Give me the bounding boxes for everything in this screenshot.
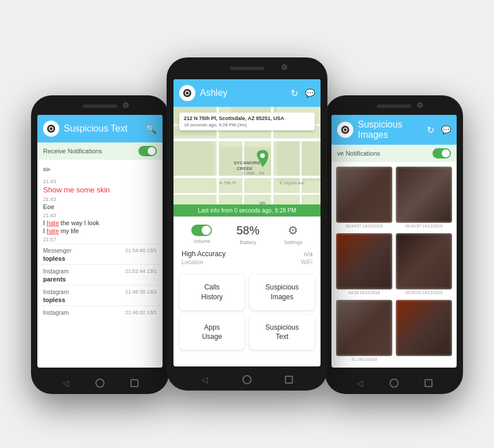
msg-hate-2: I hate my life bbox=[37, 227, 163, 235]
center-logo-dot bbox=[186, 92, 189, 95]
left-phone-speaker bbox=[83, 105, 117, 108]
svg-text:SYCAMORE: SYCAMORE bbox=[234, 160, 261, 165]
center-nav-square-shape bbox=[285, 376, 293, 384]
img-thumb-6[interactable] bbox=[396, 300, 452, 356]
app-msg-row-4: Instagram 21:46:02 13/1 bbox=[37, 306, 163, 317]
center-nav-home-circle bbox=[242, 375, 252, 384]
svg-rect-9 bbox=[173, 193, 321, 195]
center-phone-camera bbox=[281, 64, 287, 70]
accuracy-label: High Accuracy bbox=[182, 250, 226, 258]
right-refresh-icon[interactable]: ↻ bbox=[427, 125, 434, 136]
right-app-bar: Suspicious Images ↻ 💬 bbox=[331, 115, 457, 145]
right-nav-home[interactable] bbox=[389, 378, 399, 388]
img-overlay-3 bbox=[336, 233, 392, 289]
left-phone-screen: Suspicious Text 🔍 Receive Notifications … bbox=[37, 115, 163, 368]
svg-text:CREEK: CREEK bbox=[237, 166, 253, 171]
right-app-logo bbox=[337, 122, 353, 138]
left-nav-home-circle bbox=[95, 379, 105, 388]
center-refresh-icon[interactable]: ↻ bbox=[291, 88, 298, 99]
right-logo-dot bbox=[344, 129, 347, 132]
img-overlay-6 bbox=[396, 300, 452, 356]
left-nav-square[interactable] bbox=[129, 378, 140, 388]
left-nav-square-shape bbox=[130, 379, 138, 387]
app-msg-text-1: topless bbox=[37, 255, 163, 264]
right-notification-label: ve Notifications bbox=[337, 150, 380, 157]
left-nav-home[interactable] bbox=[95, 378, 105, 388]
right-app-actions: ↻ 💬 bbox=[427, 125, 451, 136]
app-time-3: 21:46:30 13/1 bbox=[125, 289, 157, 295]
grid-buttons: CallsHistory SuspiciousImages AppsUsage … bbox=[173, 269, 321, 356]
suspicious-text-btn[interactable]: SuspiciousText bbox=[249, 315, 315, 350]
img-thumb-1[interactable] bbox=[336, 167, 392, 223]
scene: Suspicious Text 🔍 Receive Notifications … bbox=[17, 17, 477, 431]
left-app-logo bbox=[43, 121, 59, 137]
img-cell-5: 31 14/12/2018 bbox=[336, 300, 392, 363]
center-logo-ring bbox=[183, 89, 191, 97]
images-grid: 00:04:57 14/12/2018 00:04:57 14/12/2018 … bbox=[331, 162, 457, 368]
right-nav-square[interactable] bbox=[423, 378, 434, 388]
calls-history-btn[interactable]: CallsHistory bbox=[179, 275, 245, 310]
map-address: 212 N 75th Pl, Scottsdale, AZ 85251, USA bbox=[184, 115, 310, 121]
img-thumb-2[interactable] bbox=[396, 167, 452, 223]
left-app-bar: Suspicious Text 🔍 bbox=[37, 115, 163, 142]
volume-toggle[interactable] bbox=[191, 225, 212, 236]
accuracy-value: n/a bbox=[304, 250, 312, 257]
img-timestamp-5: 31 14/12/2018 bbox=[336, 357, 392, 361]
center-nav-back[interactable]: ◁ bbox=[200, 374, 210, 385]
apps-usage-btn[interactable]: AppsUsage bbox=[179, 315, 245, 350]
pencil-icon: ✏ bbox=[43, 165, 51, 175]
left-nav-bar: ◁ bbox=[31, 372, 169, 394]
img-thumb-4[interactable] bbox=[396, 233, 452, 289]
center-app-actions: ↻ 💬 bbox=[291, 88, 315, 99]
left-content: ✏ 21:43 Show me some skin 21:43 Eoe 21:4… bbox=[37, 160, 163, 368]
app-name-4: Instagram bbox=[43, 310, 68, 316]
message-list: 21:43 Show me some skin 21:43 Eoe 21:43 … bbox=[37, 177, 163, 368]
left-notification-toggle[interactable] bbox=[138, 146, 157, 156]
battery-pct: 58% bbox=[237, 224, 260, 237]
app-msg-text-3: topless bbox=[37, 296, 163, 306]
img-cell-1: 00:04:57 14/12/2018 bbox=[336, 167, 392, 230]
img-timestamp-3: 04:28 14/12/2018 bbox=[336, 291, 392, 295]
map-area: GOLDEN KEYS FIVE OASIS PLAZA RONADOS SYC… bbox=[173, 107, 321, 204]
volume-label: Volume bbox=[193, 238, 210, 244]
settings-gear-icon: ⚙ bbox=[288, 223, 298, 237]
center-nav-bar: ◁ bbox=[167, 369, 327, 391]
edit-icon-row: ✏ bbox=[37, 160, 163, 177]
wifi-label: WiFi bbox=[301, 259, 312, 265]
right-notification-toggle[interactable] bbox=[433, 148, 451, 159]
left-phone: Suspicious Text 🔍 Receive Notifications … bbox=[31, 95, 169, 394]
location-label: Location bbox=[182, 259, 203, 265]
settings-item[interactable]: ⚙ Settings bbox=[284, 223, 303, 245]
center-chat-icon[interactable]: 💬 bbox=[305, 88, 315, 98]
img-timestamp-1: 00:04:57 14/12/2018 bbox=[336, 224, 392, 228]
svg-rect-5 bbox=[277, 141, 321, 181]
center-phone-screen: Ashley ↻ 💬 bbox=[173, 79, 321, 366]
loc-wifi-row: Location WiFi bbox=[179, 258, 315, 269]
accuracy-row: High Accuracy n/a bbox=[179, 248, 315, 258]
left-app-actions: 🔍 bbox=[145, 123, 157, 134]
svg-rect-13 bbox=[300, 138, 302, 204]
img-thumb-3[interactable] bbox=[336, 233, 392, 289]
app-name-2: Instagram bbox=[43, 268, 68, 275]
svg-rect-6 bbox=[173, 138, 321, 141]
right-nav-back[interactable]: ◁ bbox=[354, 378, 365, 388]
battery-label: Battery bbox=[240, 240, 256, 245]
msg-text-eoe: Eoe bbox=[37, 203, 163, 211]
center-phone: Ashley ↻ 💬 bbox=[167, 57, 327, 391]
right-notification-bar: ve Notifications bbox=[331, 145, 457, 162]
search-icon[interactable]: 🔍 bbox=[145, 123, 157, 134]
center-nav-home[interactable] bbox=[242, 374, 252, 385]
img-thumb-5[interactable] bbox=[336, 300, 392, 356]
battery-item: 58% Battery bbox=[237, 224, 260, 245]
img-overlay-1 bbox=[336, 167, 392, 223]
settings-label: Settings bbox=[284, 240, 303, 245]
left-app-title: Suspicious Text bbox=[64, 123, 145, 134]
left-nav-back[interactable]: ◁ bbox=[60, 378, 71, 388]
svg-text:N 75th Pl: N 75th Pl bbox=[219, 181, 236, 185]
center-app-logo bbox=[179, 85, 195, 101]
right-chat-icon[interactable]: 💬 bbox=[441, 125, 451, 134]
svg-point-24 bbox=[260, 153, 265, 158]
center-nav-square[interactable] bbox=[284, 374, 294, 385]
suspicious-images-btn[interactable]: SuspiciousImages bbox=[249, 275, 315, 310]
left-phone-camera bbox=[123, 102, 129, 108]
